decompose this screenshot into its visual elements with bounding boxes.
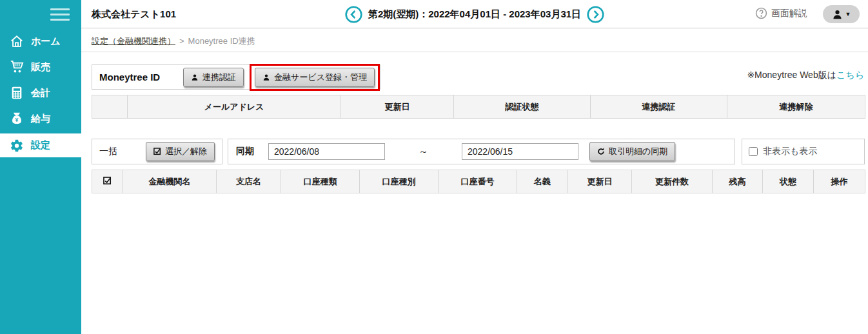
user-account-menu[interactable]: ▼ xyxy=(823,5,860,23)
sidebar-item-settings[interactable]: 設定 xyxy=(0,133,81,157)
sync-transactions-button[interactable]: 取引明細の同期 xyxy=(589,142,675,161)
chevron-left-icon xyxy=(345,6,362,23)
fiscal-period-label: 第2期(翌期)：2022年04月01日 - 2023年03月31日 xyxy=(368,8,581,21)
breadcrumb-separator: > xyxy=(179,36,184,46)
col-update-date: 更新日 xyxy=(341,95,454,119)
user-icon xyxy=(191,74,199,81)
col-institution: 金融機関名 xyxy=(123,170,217,193)
chevron-right-icon xyxy=(587,6,604,23)
next-period-button[interactable] xyxy=(587,6,604,23)
show-hidden-label: 非表示も表示 xyxy=(763,146,817,157)
col-select-all xyxy=(92,170,123,193)
col-update-date: 更新日 xyxy=(568,170,632,193)
col-status: 状態 xyxy=(763,170,814,193)
moneytree-id-panel: Moneytree ID 連携認証 金融サービス登録・管理 xyxy=(92,64,380,90)
sync-label: 同期 xyxy=(236,146,254,157)
col-account-number: 口座番号 xyxy=(439,170,517,193)
user-icon xyxy=(832,9,843,20)
home-icon xyxy=(10,34,24,48)
breadcrumb-current: Moneytree ID連携 xyxy=(188,36,255,46)
sync-date-to-input[interactable] xyxy=(462,143,578,160)
web-note-link[interactable]: こちら xyxy=(836,70,864,80)
sidebar: ホーム 販売 会計 ¥ 給与 xyxy=(0,0,81,334)
sidebar-item-payroll[interactable]: ¥ 給与 xyxy=(0,106,81,132)
col-account-type: 口座種別 xyxy=(360,170,439,193)
bulk-select-box: 一括 選択／解除 xyxy=(92,139,222,164)
sidebar-item-accounting[interactable]: 会計 xyxy=(0,80,81,106)
screen-help-label: 画面解説 xyxy=(771,8,807,19)
link-auth-label: 連携認証 xyxy=(202,72,236,83)
gear-icon xyxy=(10,139,24,153)
col-update-count: 更新件数 xyxy=(632,170,713,193)
sidebar-item-label: ホーム xyxy=(31,35,61,48)
svg-text:¥: ¥ xyxy=(15,117,19,123)
col-balance: 残高 xyxy=(713,170,763,193)
accounts-table: 金融機関名 支店名 口座種類 口座種別 口座番号 名義 更新日 更新件数 残高 … xyxy=(92,170,865,193)
sync-transactions-label: 取引明細の同期 xyxy=(609,146,667,157)
annotation-highlight: 金融サービス登録・管理 xyxy=(250,64,380,91)
col-link-auth: 連携認証 xyxy=(591,95,727,119)
question-circle-icon xyxy=(755,7,767,19)
cart-icon xyxy=(10,60,24,74)
sync-controls: 一括 選択／解除 同期 ～ 取引明細の同期 非表示も表示 xyxy=(92,139,865,164)
sidebar-item-label: 設定 xyxy=(31,139,50,152)
link-auth-button[interactable]: 連携認証 xyxy=(183,68,244,87)
moneytree-id-table: メールアドレス 更新日 認証状態 連携認証 連携解除 xyxy=(92,95,865,119)
moneytree-id-label: Moneytree ID xyxy=(99,72,183,83)
period-navigation: 第2期(翌期)：2022年04月01日 - 2023年03月31日 xyxy=(81,0,868,28)
sidebar-item-label: 会計 xyxy=(31,87,50,99)
hamburger-menu-icon[interactable] xyxy=(0,0,81,28)
checkbox-check-icon xyxy=(153,148,161,155)
sync-period-box: 同期 ～ 取引明細の同期 xyxy=(228,139,735,164)
col-email: メールアドレス xyxy=(128,95,341,119)
previous-period-button[interactable] xyxy=(345,6,362,23)
checkbox-check-icon xyxy=(103,177,112,185)
col-branch: 支店名 xyxy=(217,170,281,193)
breadcrumb-divider xyxy=(81,52,868,52)
date-range-tilde: ～ xyxy=(419,146,428,158)
select-deselect-button[interactable]: 選択／解除 xyxy=(146,142,215,161)
col-account-class: 口座種類 xyxy=(281,170,360,193)
sidebar-item-home[interactable]: ホーム xyxy=(0,28,81,54)
col-auth-status: 認証状態 xyxy=(454,95,591,119)
screen-help-button[interactable]: 画面解説 xyxy=(755,7,807,19)
sidebar-item-label: 給与 xyxy=(31,113,50,125)
show-hidden-checkbox[interactable] xyxy=(749,147,758,156)
money-bag-icon: ¥ xyxy=(10,112,24,126)
table-header-row: 金融機関名 支店名 口座種類 口座種別 口座番号 名義 更新日 更新件数 残高 … xyxy=(92,170,865,193)
top-bar: 株式会社テスト101 第2期(翌期)：2022年04月01日 - 2023年03… xyxy=(81,0,868,28)
select-deselect-label: 選択／解除 xyxy=(165,146,207,157)
col-actions: 操作 xyxy=(814,170,865,193)
col-link-remove: 連携解除 xyxy=(727,95,865,119)
sidebar-item-label: 販売 xyxy=(31,61,50,74)
col-holder-name: 名義 xyxy=(517,170,568,193)
table-header-row: メールアドレス 更新日 認証状態 連携認証 連携解除 xyxy=(92,95,865,119)
breadcrumb: 設定（金融機関連携）>Moneytree ID連携 xyxy=(92,35,255,47)
sync-date-from-input[interactable] xyxy=(268,143,385,160)
user-icon xyxy=(262,74,270,81)
financial-service-manage-button[interactable]: 金融サービス登録・管理 xyxy=(255,68,375,87)
bulk-label: 一括 xyxy=(99,146,117,157)
calculator-icon xyxy=(10,86,24,100)
show-hidden-box: 非表示も表示 xyxy=(742,139,865,164)
sidebar-item-sales[interactable]: 販売 xyxy=(0,54,81,80)
financial-service-manage-label: 金融サービス登録・管理 xyxy=(274,72,367,83)
moneytree-web-note: ※Moneytree Web版はこちら xyxy=(747,70,864,81)
caret-down-icon: ▼ xyxy=(845,11,851,17)
breadcrumb-parent-link[interactable]: 設定（金融機関連携） xyxy=(92,36,175,46)
col-select xyxy=(92,95,128,119)
web-note-text: ※Moneytree Web版は xyxy=(747,70,836,80)
refresh-icon xyxy=(597,148,605,155)
